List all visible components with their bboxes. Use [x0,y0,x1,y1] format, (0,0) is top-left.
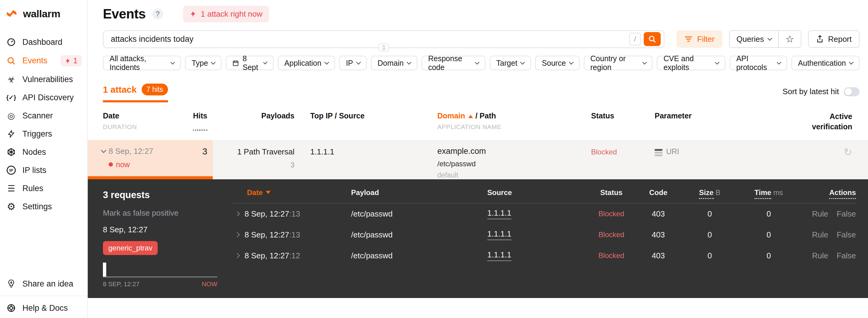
request-row[interactable]: 8 Sep, 12:27:13 /etc/passwd 1.1.1.1 Bloc… [233,224,856,245]
column-header-domain-path[interactable]: Domain/ Path [437,111,496,120]
help-icon[interactable]: ? [152,8,163,19]
sidebar-item-settings[interactable]: ⚙ Settings [0,198,87,215]
sidebar-item-dashboard[interactable]: Dashboard [0,33,87,51]
attacks-table-header: Date DURATION Hits Payloads Top IP / Sou… [88,111,868,132]
column-header-code: Code [636,189,681,197]
sort-toggle-label: Sort by latest hit [783,87,839,96]
column-header-hits[interactable]: Hits [193,111,207,131]
filter-chip-application[interactable]: Application [278,56,335,70]
wallarm-logo[interactable]: wallarm [0,0,87,28]
filter-button[interactable]: Filter [676,30,722,48]
queries-button-label: Queries [736,34,764,44]
sidebar-item-api-discovery[interactable]: {✓} API Discovery [0,88,87,107]
attack-payload-type: 1 Path Traversal [213,147,294,156]
sort-by-latest-hit-toggle[interactable] [844,87,860,96]
chevron-down-icon [406,60,411,64]
mark-false-positive-link[interactable]: Mark as false positive [103,208,230,218]
favorite-query-button[interactable]: ☆ [778,31,801,47]
attack-payload-count: 3 [213,161,294,169]
filter-chips-row: All attacks, Incidents Type 8 Sept Appli… [103,56,860,70]
rule-action[interactable]: Rule [812,230,828,239]
expand-chevron-icon[interactable] [235,232,240,237]
false-action[interactable]: False [837,230,856,239]
request-time: 0 [739,251,799,260]
filter-chip-target[interactable]: Target [490,56,531,70]
attack-tag-generic-ptrav[interactable]: generic_ptrav [103,241,158,255]
active-verification-spinner-icon[interactable]: ↻ [844,146,852,158]
attack-right-now-banner[interactable]: 1 attack right now [183,6,269,22]
sidebar-item-vulnerabilities[interactable]: ☣ Vulnerabilities [0,70,87,88]
chevron-down-icon [170,60,175,64]
chevron-down-icon [520,60,525,64]
filter-chip-date[interactable]: 8 Sept [226,56,273,70]
filter-chip-cve[interactable]: CVE and exploits [657,56,725,70]
request-status: Blocked [587,230,636,239]
report-button[interactable]: Report [808,30,860,48]
sidebar-item-rules[interactable]: ☰ Rules [0,179,87,198]
search-resize-handle[interactable] [379,44,389,52]
filter-chip-ip[interactable]: IP [339,56,367,70]
timeline-end-label: NOW [202,281,217,288]
report-button-label: Report [828,34,851,44]
search-input[interactable] [111,34,629,44]
request-source-link[interactable]: 1.1.1.1 [487,208,512,219]
results-bar: 1 attack 7 hits Sort by latest hit [103,84,860,103]
filter-chip-country[interactable]: Country or region [584,56,653,70]
expand-chevron-icon[interactable] [235,211,240,216]
request-size: 0 [681,230,739,239]
rule-action[interactable]: Rule [812,251,828,260]
request-size: 0 [681,251,739,260]
false-action[interactable]: False [837,251,856,260]
false-action[interactable]: False [837,209,856,219]
braces-check-icon: {✓} [6,92,17,103]
request-date-cell[interactable]: 8 Sep, 12:27:13 [233,230,351,239]
search-button[interactable] [644,32,661,46]
sidebar-item-label: IP lists [22,166,46,175]
request-time: 0 [739,209,799,219]
attack-active-verification-cell: ↻ [751,140,868,179]
sidebar-item-help-docs[interactable]: Help & Docs [0,298,87,318]
column-header-actions[interactable]: Actions [799,189,856,197]
lightbulb-icon [6,279,17,289]
expand-chevron-icon[interactable] [235,253,240,258]
filter-chip-api-protocols[interactable]: API protocols [730,56,787,70]
request-source-link[interactable]: 1.1.1.1 [487,250,512,261]
sidebar-item-scanner[interactable]: ◎ Scanner [0,107,87,125]
search-toolbar: / Filter Queries ☆ Report [103,30,860,48]
filter-chip-response-code[interactable]: Response code [422,56,486,70]
column-header-time[interactable]: Time ms [739,189,799,197]
sidebar-item-triggers[interactable]: Triggers [0,125,87,143]
collapse-chevron-icon[interactable] [101,147,106,153]
attack-row[interactable]: 8 Sep, 12:27 now 3 1 Path Traversal 3 1.… [88,140,868,179]
filter-chip-authentication[interactable]: Authentication [792,56,860,70]
sidebar-item-events[interactable]: Events 1 [0,51,87,70]
request-source-link[interactable]: 1.1.1.1 [487,229,512,240]
parameter-list-icon [655,149,662,156]
request-row[interactable]: 8 Sep, 12:27:13 /etc/passwd 1.1.1.1 Bloc… [233,204,856,224]
column-header-size[interactable]: Size B [681,189,739,197]
chevron-down-icon [642,60,647,64]
attacks-tab[interactable]: 1 attack 7 hits [103,84,168,103]
filter-chip-source[interactable]: Source [535,56,579,70]
filter-chip-domain[interactable]: Domain [371,56,417,70]
domain-sort-label[interactable]: Domain [437,111,465,120]
filter-chip-type[interactable]: Type [185,56,221,70]
live-label: now [116,160,130,169]
column-subheader-application-name: APPLICATION NAME [437,123,573,131]
attack-banner-label: 1 attack right now [200,9,262,19]
filter-chip-attack-type[interactable]: All attacks, Incidents [103,56,181,70]
attack-date-cell[interactable]: 8 Sep, 12:27 now 3 [88,140,213,179]
sidebar-item-nodes[interactable]: Nodes [0,143,87,161]
request-date-cell[interactable]: 8 Sep, 12:27:12 [233,251,351,260]
sidebar-item-label: Rules [22,184,43,193]
sidebar-item-ip-lists[interactable]: IP IP lists [0,161,87,179]
sidebar-item-share-idea[interactable]: Share an idea [0,274,87,294]
sidebar-item-label: Scanner [22,111,53,120]
column-header-request-date[interactable]: Date [233,189,351,197]
queries-button[interactable]: Queries [730,31,778,47]
request-row[interactable]: 8 Sep, 12:27:12 /etc/passwd 1.1.1.1 Bloc… [233,245,856,266]
rule-action[interactable]: Rule [812,209,828,219]
page-header: Events ? 1 attack right now [103,4,860,24]
request-date-cell[interactable]: 8 Sep, 12:27:13 [233,209,351,219]
request-actions: Rule False [799,209,856,219]
